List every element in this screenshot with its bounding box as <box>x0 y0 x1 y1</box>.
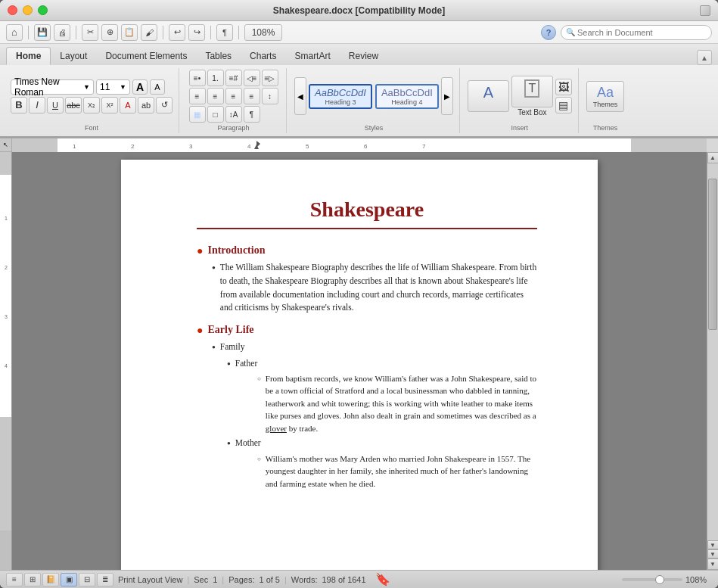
intro-bullet: ● <box>212 263 216 272</box>
font-size-increase[interactable]: A <box>132 79 148 95</box>
mother-text: Mother <box>235 437 261 450</box>
underline-button[interactable]: U <box>47 97 64 114</box>
tab-review[interactable]: Review <box>340 47 387 65</box>
borders-button[interactable]: □ <box>207 106 224 123</box>
zoom-slider[interactable] <box>622 578 682 581</box>
paragraph-marks[interactable]: ¶ <box>216 24 233 41</box>
view-print-layout[interactable]: ▣ <box>61 573 77 586</box>
scroll-split-1[interactable]: ▼ <box>707 540 719 549</box>
father-bullet: ● <box>227 359 231 369</box>
text-styles-button[interactable]: A <box>468 80 509 112</box>
styles-prev[interactable]: ◀ <box>294 77 306 115</box>
align-left[interactable]: ≡ <box>189 88 206 104</box>
maximize-button[interactable] <box>38 5 48 15</box>
tab-home[interactable]: Home <box>6 47 51 65</box>
tab-layout[interactable]: Layout <box>51 47 96 65</box>
insert-controls: A T Text Box 🖼 ▤ <box>468 70 572 123</box>
heading4-style[interactable]: AaBbCcDdI Heading 4 <box>375 84 439 109</box>
copy-button[interactable]: ⊕ <box>101 24 118 41</box>
superscript-button[interactable]: X² <box>101 97 118 114</box>
tab-smartart[interactable]: SmartArt <box>285 47 339 65</box>
search-input[interactable] <box>577 28 707 37</box>
svg-text:2: 2 <box>5 265 8 270</box>
font-group: Times New Roman ▼ 11 ▼ A A B <box>5 68 179 133</box>
italic-button[interactable]: I <box>29 97 45 114</box>
search-area: ? 🔍 <box>541 25 712 40</box>
scroll-up-button[interactable]: ▲ <box>707 152 719 163</box>
font-color-button[interactable]: A <box>120 97 136 114</box>
font-size-decrease[interactable]: A <box>150 79 165 95</box>
resize-button[interactable] <box>700 5 710 16</box>
bullets-button[interactable]: ≡• <box>189 70 206 86</box>
line-spacing[interactable]: ↕ <box>262 88 278 104</box>
bookmark-icon[interactable]: 🔖 <box>375 572 390 586</box>
paragraph-controls: ≡• 1. ≡# ◁≡ ≡▷ ≡ ≡ ≡ ≡ ↕ <box>189 70 278 123</box>
font-name-dropdown[interactable]: Times New Roman ▼ <box>11 79 94 95</box>
tab-charts[interactable]: Charts <box>241 47 285 65</box>
toolbar-area: ⌂ 💾 🖨 ✂ ⊕ 📋 🖌 ↩ ↪ ¶ 108% ? 🔍 <box>0 21 718 138</box>
left-ruler-marks: 1 2 3 4 <box>0 152 12 530</box>
scroll-thumb[interactable] <box>708 179 717 330</box>
subscript-button[interactable]: X₂ <box>83 97 100 114</box>
father-text: Father <box>235 357 257 370</box>
insert-extra-2[interactable]: ▤ <box>555 97 572 114</box>
view-mode-label: Print Layout View <box>118 575 182 584</box>
strikethrough-button[interactable]: abc <box>65 97 82 114</box>
styles-next[interactable]: ▶ <box>441 77 453 115</box>
font-size-dropdown[interactable]: 11 ▼ <box>96 79 130 95</box>
print-button[interactable]: 🖨 <box>54 24 70 41</box>
align-right[interactable]: ≡ <box>225 88 242 104</box>
ribbon-expand-button[interactable]: ▲ <box>697 50 712 65</box>
save-button[interactable]: 💾 <box>34 24 51 41</box>
para-marks-button[interactable]: ¶ <box>244 106 260 123</box>
svg-marker-8 <box>256 141 260 148</box>
decrease-indent[interactable]: ◁≡ <box>244 70 260 86</box>
clear-format-button[interactable]: ↺ <box>156 97 173 114</box>
scroll-down-button[interactable]: ▼ <box>707 558 719 570</box>
view-notebook[interactable]: 📔 <box>42 573 59 586</box>
redo-button[interactable]: ↪ <box>188 24 205 41</box>
father-desc: ○ From baptism records, we know William'… <box>257 372 537 435</box>
tab-document-elements[interactable]: Document Elements <box>96 47 196 65</box>
justify[interactable]: ≡ <box>244 88 260 104</box>
bold-button[interactable]: B <box>11 97 27 114</box>
undo-button[interactable]: ↩ <box>169 24 185 41</box>
paste-button[interactable]: 📋 <box>121 24 138 41</box>
toolbar-separator-4 <box>210 26 211 39</box>
multilevel-button[interactable]: ≡# <box>225 70 242 86</box>
textbox-button[interactable]: T <box>511 76 553 107</box>
themes-button[interactable]: Aa Themes <box>586 81 625 112</box>
view-draft[interactable]: ≣ <box>97 573 113 586</box>
numbering-button[interactable]: 1. <box>207 70 224 86</box>
shading-button[interactable]: ▦ <box>189 106 206 123</box>
format-painter[interactable]: 🖌 <box>141 24 157 41</box>
scroll-split-2[interactable]: ▼ <box>707 549 719 558</box>
page-container[interactable]: Shakespeare ● Introduction ● The William… <box>12 152 707 570</box>
cut-button[interactable]: ✂ <box>82 24 98 41</box>
zoom-thumb[interactable] <box>655 575 664 584</box>
view-outline[interactable]: ⊞ <box>24 573 41 586</box>
view-normal[interactable]: ≡ <box>6 573 23 586</box>
zoom-select[interactable]: 108% <box>244 24 282 41</box>
tab-tables[interactable]: Tables <box>196 47 241 65</box>
close-button[interactable] <box>8 5 17 15</box>
increase-indent[interactable]: ≡▷ <box>262 70 278 86</box>
insert-extra-1[interactable]: 🖼 <box>555 79 572 95</box>
sort-button[interactable]: ↕A <box>225 106 242 123</box>
titlebar: Shakespeare.docx [Compatibility Mode] <box>0 0 718 21</box>
heading3-style[interactable]: AaBbCcDdI Heading 3 <box>309 84 372 109</box>
home-button[interactable]: ⌂ <box>6 24 23 41</box>
minimize-button[interactable] <box>23 5 33 15</box>
view-publishing[interactable]: ⊟ <box>79 573 95 586</box>
left-ruler: 1 2 3 4 <box>0 152 12 570</box>
scroll-track[interactable] <box>707 163 718 540</box>
heading4-label: Heading 4 <box>381 98 433 106</box>
align-center[interactable]: ≡ <box>207 88 224 104</box>
search-box[interactable]: 🔍 <box>561 25 712 40</box>
ruler-corner[interactable]: ↖ <box>0 138 12 152</box>
highlight-button[interactable]: ab <box>138 97 154 114</box>
help-button[interactable]: ? <box>541 25 556 40</box>
top-ruler: 1 2 3 4 5 6 7 <box>12 138 707 152</box>
svg-text:1: 1 <box>73 143 76 150</box>
father-paragraph: From baptism records, we know William's … <box>266 372 537 435</box>
